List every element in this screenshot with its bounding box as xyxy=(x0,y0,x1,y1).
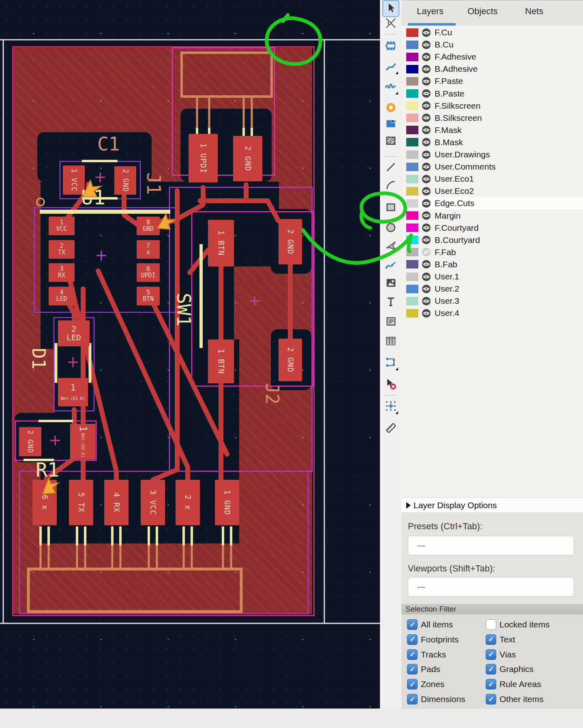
layer-display-options[interactable]: Layer Display Options xyxy=(401,497,583,513)
pad-r1-2[interactable]: 2 GND xyxy=(19,427,41,456)
visibility-eye-icon[interactable] xyxy=(422,89,431,98)
visibility-eye-icon[interactable] xyxy=(422,199,431,208)
layer-row-user-eco1[interactable]: User.Eco1 xyxy=(401,173,583,185)
visibility-eye-icon[interactable] xyxy=(422,162,431,172)
pad-c1-2[interactable]: 2 GND xyxy=(114,166,136,195)
ref-c1[interactable]: C1 xyxy=(97,133,120,155)
layer-row-b-silkscreen[interactable]: B.Silkscreen xyxy=(401,112,583,124)
layer-color-swatch[interactable] xyxy=(406,285,418,293)
layer-row-f-courtyard[interactable]: F.Courtyard xyxy=(401,222,583,234)
visibility-eye-icon[interactable] xyxy=(422,296,431,306)
arc-tool[interactable] xyxy=(383,178,399,194)
via-tool[interactable] xyxy=(383,101,399,116)
pad-j2-2[interactable]: 2 x xyxy=(176,480,200,525)
layer-color-swatch[interactable] xyxy=(406,89,418,98)
layer-row-b-adhesive[interactable]: B.Adhesive xyxy=(401,63,583,75)
rectangle-tool[interactable] xyxy=(383,200,399,216)
checked-checkbox-icon[interactable]: ✓ xyxy=(407,694,418,704)
layer-color-swatch[interactable] xyxy=(406,248,418,256)
filter-vias[interactable]: ✓Vias xyxy=(486,649,516,660)
pad-u1-5[interactable]: 5BTN xyxy=(137,287,160,305)
checked-checkbox-icon[interactable]: ✓ xyxy=(407,664,418,674)
zone-tool[interactable] xyxy=(383,117,399,132)
pad-u1-1[interactable]: 1VCC xyxy=(49,217,75,235)
visibility-eye-icon[interactable] xyxy=(422,235,431,245)
layer-color-swatch[interactable] xyxy=(406,150,418,159)
layer-row-b-fab[interactable]: B.Fab xyxy=(401,258,583,271)
layer-color-swatch[interactable] xyxy=(406,260,418,268)
pad-j2-5[interactable]: 5 TX xyxy=(69,480,93,525)
layer-row-b-paste[interactable]: B.Paste xyxy=(401,88,583,100)
pad-r1-1[interactable]: 1Net-(D1-K) xyxy=(70,424,95,460)
layer-row-f-fab[interactable]: F.Fab xyxy=(401,246,583,258)
grid-origin-tool[interactable] xyxy=(383,399,399,414)
pad-u1-7[interactable]: 7x xyxy=(137,240,160,259)
visibility-eye-icon[interactable] xyxy=(422,40,431,49)
pad-u1-2[interactable]: 2TX xyxy=(49,240,75,259)
layer-row-user-4[interactable]: User.4 xyxy=(401,307,583,319)
visibility-eye-icon[interactable] xyxy=(422,28,431,37)
checked-checkbox-icon[interactable]: ✓ xyxy=(486,649,496,660)
filter-pads[interactable]: ✓Pads xyxy=(407,664,440,674)
tune-length-tool[interactable] xyxy=(383,79,399,95)
pad-j1-updi[interactable]: 1 UPDI xyxy=(189,134,218,183)
visibility-eye-icon[interactable] xyxy=(422,309,431,318)
visibility-eye-icon[interactable] xyxy=(422,125,431,135)
layer-row-f-silkscreen[interactable]: F.Silkscreen xyxy=(401,100,583,112)
filter-rule-areas[interactable]: ✓Rule Areas xyxy=(486,679,541,689)
layer-color-swatch[interactable] xyxy=(406,175,418,183)
text-tool[interactable] xyxy=(383,295,399,310)
dimension-tool[interactable] xyxy=(383,355,399,371)
layer-color-swatch[interactable] xyxy=(406,28,418,37)
pad-j2-3[interactable]: 3 VCC xyxy=(141,480,165,525)
visibility-eye-icon[interactable] xyxy=(422,64,431,74)
layer-color-swatch[interactable] xyxy=(406,187,418,195)
ref-d1[interactable]: D1 xyxy=(28,348,49,369)
ref-j1[interactable]: J1 xyxy=(143,172,165,195)
filter-graphics[interactable]: ✓Graphics xyxy=(486,664,534,674)
layer-color-swatch[interactable] xyxy=(406,163,418,171)
layer-row-b-cu[interactable]: B.Cu xyxy=(401,39,583,51)
visibility-eye-icon[interactable] xyxy=(422,187,431,196)
layer-color-swatch[interactable] xyxy=(406,309,418,318)
layer-color-swatch[interactable] xyxy=(406,101,418,110)
layer-color-swatch[interactable] xyxy=(406,273,418,281)
layer-row-user-1[interactable]: User.1 xyxy=(401,271,583,283)
ref-u1[interactable]: U1 xyxy=(81,186,105,209)
unchecked-checkbox-icon[interactable] xyxy=(486,619,496,630)
layer-row-f-adhesive[interactable]: F.Adhesive xyxy=(401,51,583,63)
checked-checkbox-icon[interactable]: ✓ xyxy=(407,679,418,689)
layer-row-f-cu[interactable]: F.Cu xyxy=(401,26,583,39)
layer-color-swatch[interactable] xyxy=(406,41,418,49)
visibility-hidden-icon[interactable] xyxy=(422,247,431,257)
tab-layers[interactable]: Layers xyxy=(417,6,444,17)
pad-u1-6[interactable]: 6UPDI xyxy=(137,263,160,282)
filter-other-items[interactable]: ✓Other items xyxy=(486,694,544,704)
checked-checkbox-icon[interactable]: ✓ xyxy=(407,634,418,645)
tab-nets[interactable]: Nets xyxy=(525,6,543,17)
table-tool[interactable] xyxy=(383,334,399,350)
layer-color-swatch[interactable] xyxy=(406,236,418,244)
checked-checkbox-icon[interactable]: ✓ xyxy=(407,649,418,660)
filter-zones[interactable]: ✓Zones xyxy=(407,679,444,689)
checked-checkbox-icon[interactable]: ✓ xyxy=(486,634,496,645)
layer-color-swatch[interactable] xyxy=(406,211,418,220)
checked-checkbox-icon[interactable]: ✓ xyxy=(486,679,496,689)
pad-d1-1[interactable]: 1Net-(D1-K) xyxy=(58,378,88,406)
pcb-canvas[interactable]: C1 U1 J1 SW1 D1 R1 J2 1 VCC2 GND1 UPDI2 … xyxy=(0,0,380,709)
visibility-eye-icon[interactable] xyxy=(422,174,431,184)
pad-sw1-gnd-a[interactable]: 2 GND xyxy=(279,219,302,264)
image-tool[interactable] xyxy=(383,276,399,291)
layer-row-user-drawings[interactable]: User.Drawings xyxy=(401,148,583,161)
layer-row-f-mask[interactable]: F.Mask xyxy=(401,124,583,136)
highlight-net-tool[interactable] xyxy=(383,16,399,32)
checked-checkbox-icon[interactable]: ✓ xyxy=(486,694,496,704)
pad-u1-3[interactable]: 3RX xyxy=(49,263,75,282)
filter-tracks[interactable]: ✓Tracks xyxy=(407,649,446,660)
visibility-eye-icon[interactable] xyxy=(422,211,431,220)
layer-color-swatch[interactable] xyxy=(406,199,418,208)
bezier-tool[interactable] xyxy=(383,258,399,274)
layer-row-user-3[interactable]: User.3 xyxy=(401,295,583,307)
layer-row-edge-cuts[interactable]: Edge.Cuts xyxy=(401,197,583,209)
checked-checkbox-icon[interactable]: ✓ xyxy=(407,619,418,630)
